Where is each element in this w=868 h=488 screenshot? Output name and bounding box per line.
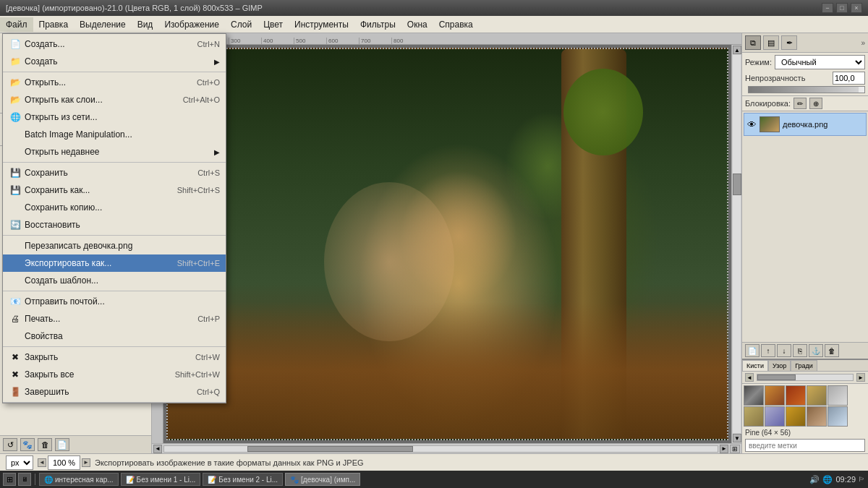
pattern-scrollbar-thumb[interactable] [757, 374, 796, 380]
taskbar-start-btn[interactable]: ⊞ [3, 473, 16, 486]
taskbar-app-3-label: Без имени 2 - Li... [218, 476, 278, 484]
menu-item-create-template[interactable]: Создать шаблон... [3, 272, 226, 289]
lock-position-btn[interactable]: ⊕ [809, 98, 822, 109]
pattern-cell-9[interactable] [807, 406, 827, 427]
pattern-cell-7[interactable] [765, 406, 785, 427]
pattern-cell-8[interactable] [786, 406, 806, 427]
channels-tab-icon[interactable]: ▤ [763, 35, 779, 50]
pattern-cell-6[interactable] [744, 406, 764, 427]
raise-layer-btn[interactable]: ↑ [761, 344, 775, 357]
opacity-input[interactable] [833, 72, 865, 85]
lower-layer-btn[interactable]: ↓ [777, 344, 791, 357]
tray-icon-2[interactable]: 🌐 [822, 475, 833, 484]
menu-item-properties[interactable]: Свойства [3, 328, 226, 345]
taskbar-desktop-btn[interactable]: 🖥 [18, 473, 31, 486]
taskbar-app-4-label: [девочка] (имп... [301, 476, 355, 484]
trash-icon[interactable]: 🗑 [38, 438, 52, 451]
scroll-right-btn[interactable]: ► [720, 445, 728, 453]
anchor-layer-btn[interactable]: ⚓ [809, 344, 823, 357]
pattern-cell-5[interactable] [827, 385, 848, 406]
scroll-left-btn[interactable]: ◄ [153, 445, 162, 453]
scroll-up-btn[interactable]: ▲ [733, 46, 741, 54]
minimize-button[interactable]: − [822, 3, 833, 13]
opacity-slider[interactable] [748, 86, 865, 93]
layers-tab-icon[interactable]: ⧉ [745, 35, 761, 50]
gimp-icon[interactable]: 🐾 [20, 438, 35, 451]
scroll-down-btn[interactable]: ▼ [733, 434, 741, 442]
menu-color[interactable]: Цвет [258, 17, 289, 32]
taskbar-app-1[interactable]: 🌐 интересная кар... [39, 473, 119, 486]
pattern-cell-1[interactable] [744, 385, 764, 406]
paths-tab-icon[interactable]: ✒ [781, 35, 797, 50]
zoom-input[interactable] [48, 455, 80, 470]
quit-icon: 🚪 [9, 385, 22, 398]
zoom-to-fit-btn[interactable]: ⊞ [730, 445, 740, 453]
pattern-scroll-left[interactable]: ◄ [745, 373, 754, 382]
new-layer-icon-left[interactable]: 📄 [55, 438, 69, 451]
menu-file[interactable]: Файл [0, 17, 33, 32]
menu-item-overwrite[interactable]: Перезаписать девочка.png [3, 237, 226, 254]
menu-item-save-as[interactable]: 💾 Сохранить как... Shift+Ctrl+S [3, 181, 226, 199]
layer-row[interactable]: 👁 девочка.png [744, 113, 867, 136]
menu-item-revert[interactable]: 🔄 Восстановить [3, 216, 226, 234]
tab-gradients[interactable]: Гради [791, 360, 817, 371]
pattern-scrollbar[interactable] [757, 374, 854, 381]
zoom-in-btn[interactable]: ► [82, 458, 90, 467]
menu-tools[interactable]: Инструменты [289, 17, 354, 32]
canvas[interactable] [166, 48, 728, 440]
tab-brushes[interactable]: Кисти [742, 360, 768, 371]
menu-item-batch[interactable]: Batch Image Manipulation... [3, 126, 226, 143]
menu-item-create[interactable]: 📄 Создать... Ctrl+N [3, 35, 226, 53]
pattern-cell-3[interactable] [786, 385, 806, 406]
unit-select[interactable]: px [6, 455, 33, 470]
panel-scroll-right[interactable]: » [802, 39, 865, 47]
menu-item-save-copy[interactable]: Сохранить копию... [3, 199, 226, 216]
pattern-cell-10[interactable] [827, 406, 848, 427]
menu-windows[interactable]: Окна [401, 17, 433, 32]
right-panel-top-icons: ⧉ ▤ ✒ » [742, 33, 868, 53]
menu-item-email[interactable]: 📧 Отправить почтой... [3, 293, 226, 310]
menu-item-save[interactable]: 💾 Сохранить Ctrl+S [3, 164, 226, 181]
tab-patterns[interactable]: Узор [768, 360, 791, 371]
menu-item-export-as[interactable]: Экспортировать как... Shift+Ctrl+E [3, 254, 226, 272]
menu-item-close-all[interactable]: ✖ Закрыть все Shift+Ctrl+W [3, 366, 226, 383]
menu-select[interactable]: Выделение [74, 17, 132, 32]
restore-defaults-icon[interactable]: ↺ [3, 438, 17, 451]
menu-item-print[interactable]: 🖨 Печать... Ctrl+P [3, 310, 226, 328]
menu-item-open-url[interactable]: 🌐 Открыть из сети... [3, 108, 226, 126]
menu-item-open-layers[interactable]: 📂 Открыть как слои... Ctrl+Alt+O [3, 91, 226, 108]
maximize-button[interactable]: □ [836, 3, 848, 13]
menu-edit[interactable]: Правка [33, 17, 75, 32]
menu-section-save: 💾 Сохранить Ctrl+S 💾 Сохранить как... Sh… [3, 163, 226, 236]
delete-layer-btn[interactable]: 🗑 [825, 344, 839, 357]
duplicate-layer-btn[interactable]: ⎘ [793, 344, 807, 357]
menu-help[interactable]: Справка [433, 17, 479, 32]
scroll-thumb-v[interactable] [733, 174, 741, 195]
pattern-cell-4[interactable] [807, 385, 827, 406]
layer-visibility-icon[interactable]: 👁 [747, 119, 757, 130]
tray-icon-1[interactable]: 🔊 [809, 475, 820, 484]
menu-item-quit[interactable]: 🚪 Завершить Ctrl+Q [3, 383, 226, 401]
menu-filters[interactable]: Фильтры [354, 17, 401, 32]
pattern-scroll-right[interactable]: ► [856, 373, 865, 382]
menu-item-open[interactable]: 📂 Открыть... Ctrl+O [3, 74, 226, 91]
menu-image[interactable]: Изображение [158, 17, 225, 32]
new-layer-btn[interactable]: 📄 [745, 344, 760, 357]
menu-layer[interactable]: Слой [225, 17, 258, 32]
close-button[interactable]: × [851, 3, 862, 13]
zoom-out-btn[interactable]: ◄ [38, 458, 46, 467]
menu-item-close[interactable]: ✖ Закрыть Ctrl+W [3, 348, 226, 366]
scroll-thumb-h[interactable] [247, 446, 414, 452]
canvas-scrollbar-h[interactable]: ◄ ► ⊞ [152, 443, 741, 453]
taskbar-app-2[interactable]: 📝 Без имени 1 - Li... [121, 473, 201, 486]
lock-pixels-btn[interactable]: ✏ [793, 98, 807, 109]
menu-item-create-submenu[interactable]: 📁 Создать ▶ [3, 53, 226, 70]
taskbar-app-4[interactable]: 🐾 [девочка] (имп... [285, 473, 360, 486]
pattern-filter-input[interactable] [745, 439, 865, 452]
menu-view[interactable]: Вид [132, 17, 159, 32]
mode-select[interactable]: Обычный [775, 55, 865, 69]
pattern-cell-2[interactable] [765, 385, 785, 406]
menu-item-recent[interactable]: Открыть недавнее ▶ [3, 143, 226, 160]
taskbar-app-3[interactable]: 📝 Без имени 2 - Li... [203, 473, 283, 486]
canvas-scrollbar-v[interactable]: ▲ ▼ [731, 45, 741, 443]
